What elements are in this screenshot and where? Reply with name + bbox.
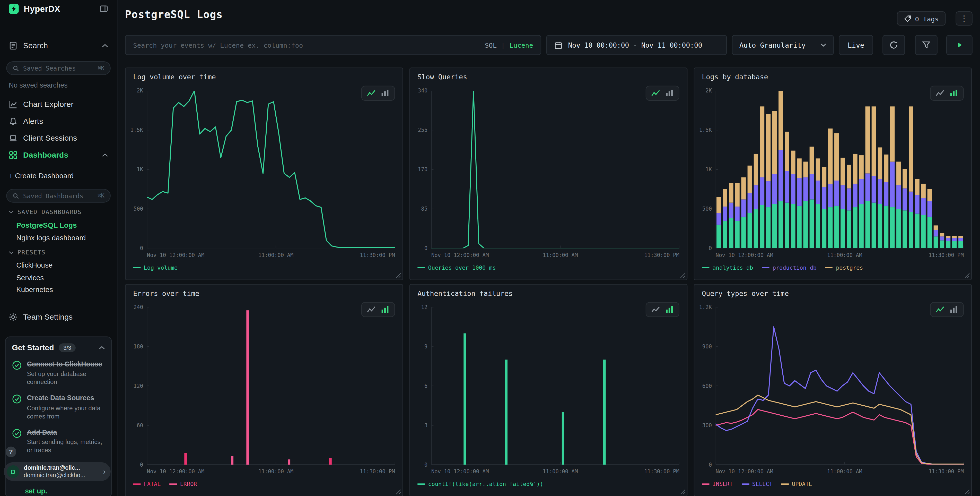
chart-title: Logs by database [702,73,768,81]
resize-handle-icon[interactable] [964,489,970,495]
preset-link-clickhouse[interactable]: ClickHouse [16,262,112,269]
y-tick-label: 180 [134,343,143,349]
resize-handle-icon[interactable] [396,273,401,278]
legend-swatch [762,267,770,268]
search-icon [13,65,19,72]
live-button[interactable]: Live [839,35,873,55]
chevron-down-icon [9,210,14,214]
legend-item[interactable]: SELECT [742,481,773,487]
x-axis-labels: Nov 10 12:00:00 AM11:00:00 AM11:30:00 PM [147,469,395,476]
chart-legend: analytics_dbproduction_dbpostgres [702,265,863,271]
check-circle-icon [12,360,22,386]
y-tick-label: 1.2K [699,304,712,310]
x-axis-labels: Nov 10 12:00:00 AM11:00:00 AM11:30:00 PM [716,469,964,476]
chart-canvas [716,307,964,464]
get-started-progress-badge: 3/3 [59,343,75,352]
line-series [716,327,964,464]
sidebar-item-client-sessions[interactable]: Client Sessions [0,130,117,146]
query-language-toggle[interactable]: SQL | Lucene [485,41,533,49]
get-started-header[interactable]: Get Started 3/3 [12,343,105,352]
x-tick-label: 11:00:00 AM [543,469,578,475]
legend-item[interactable]: INSERT [702,481,733,487]
y-tick-label: 500 [134,206,143,212]
legend-item[interactable]: ERROR [169,481,197,487]
help-button[interactable]: ? [6,447,16,457]
x-axis-labels: Nov 10 12:00:00 AM11:00:00 AM11:30:00 PM [716,252,964,260]
panel-menu-button[interactable]: ⋮ [956,11,972,26]
legend-label: postgres [836,265,863,271]
bar-series [184,453,332,465]
legend-item[interactable]: production_db [762,265,816,271]
y-axis-labels: 036912 [410,307,430,464]
sidebar-item-team-settings[interactable]: Team Settings [0,309,117,325]
sidebar-item-label: Chart Explorer [23,100,73,109]
sql-toggle-label[interactable]: SQL [485,41,497,49]
user-menu[interactable]: D dominic.tran@clic... dominic.tran@clic… [4,462,111,481]
laptop-icon [9,134,18,143]
resize-handle-icon[interactable] [680,489,686,495]
legend-item[interactable]: countIf(like(arr..ation failed%')) [417,481,543,487]
legend-item[interactable]: Queries over 1000 ms [417,265,496,271]
refresh-icon [889,41,898,49]
legend-item[interactable]: UPDATE [781,481,812,487]
collapse-sidebar-icon[interactable] [99,5,108,13]
shortcut-hint: ⌘K [97,193,104,199]
no-saved-searches-text: No saved searches [9,81,68,89]
legend-item[interactable]: analytics_db [702,265,753,271]
y-tick-label: 500 [702,206,712,212]
saved-dashboard-link-nginx[interactable]: Nginx logs dashboard [16,234,112,241]
resize-handle-icon[interactable] [680,273,686,278]
checklist-item-desc: Start sending logs, metrics, or traces [27,438,105,454]
gear-icon [9,313,18,321]
preset-link-kubernetes[interactable]: Kubernetes [16,286,112,293]
checklist-item-add-data[interactable]: Add Data Start sending logs, metrics, or… [12,427,105,454]
tags-button[interactable]: 0 Tags [897,11,945,26]
run-query-button[interactable] [946,35,972,55]
resize-handle-icon[interactable] [396,489,401,495]
legend-swatch [702,483,709,485]
line-series [716,395,964,464]
chart-plot-area [147,307,395,464]
preset-link-services[interactable]: Services [16,274,112,281]
sidebar-item-search[interactable]: Search [0,38,117,54]
legend-item[interactable]: Log volume [133,265,178,271]
granularity-select[interactable]: Auto Granularity [732,35,834,55]
x-tick-label: 11:30:00 PM [644,252,679,258]
checklist-item-connect[interactable]: Connect to ClickHouse Set up your databa… [12,359,105,386]
chart-title: Query types over time [702,289,789,298]
lucene-toggle-label[interactable]: Lucene [509,41,533,49]
saved-dashboards-section-header[interactable]: SAVED DASHBOARDS [9,208,111,215]
chevron-up-icon [102,44,108,48]
setup-link-fragment[interactable]: set up. [25,487,47,495]
chart-panel: Errors over time 060120180240 Nov 10 12:… [125,284,403,496]
refresh-button[interactable] [883,35,905,55]
chevron-down-icon [821,43,826,47]
y-tick-label: 12 [421,304,428,310]
sidebar-item-chart-explorer[interactable]: Chart Explorer [0,96,117,113]
shortcut-hint: ⌘K [97,65,104,71]
filter-button[interactable] [915,35,937,55]
y-tick-label: 1K [137,166,143,172]
sidebar-item-alerts[interactable]: Alerts [0,113,117,129]
chart-plot-area [431,91,679,248]
legend-item[interactable]: FATAL [133,481,161,487]
y-axis-labels: 060120180240 [126,307,146,464]
saved-searches-input[interactable]: Saved Searches ⌘K [6,61,111,75]
y-tick-label: 600 [702,383,712,389]
saved-dashboard-link-postgresql[interactable]: PostgreSQL Logs [16,222,112,229]
presets-section-header[interactable]: PRESETS [9,249,111,256]
y-tick-label: 2K [705,88,712,94]
section-label: SAVED DASHBOARDS [18,208,81,215]
chart-legend: Queries over 1000 ms [417,265,496,271]
y-axis-labels: 03006009001.2K [694,307,714,464]
sidebar-item-dashboards[interactable]: Dashboards [0,147,117,163]
resize-handle-icon[interactable] [964,273,970,278]
create-dashboard-button[interactable]: + Create Dashboard [0,167,117,184]
user-email-secondary: dominic.tran@clickho... [24,472,99,479]
event-search-input[interactable] [126,35,541,54]
saved-dashboards-input[interactable]: Saved Dashboards ⌘K [6,189,111,203]
legend-item[interactable]: postgres [825,265,863,271]
date-range-picker[interactable]: Nov 10 00:00:00 - Nov 11 00:00:00 [546,35,727,55]
checklist-item-sources[interactable]: Create Data Sources Configure where your… [12,394,105,420]
chart-panel: Authentication failures 036912 Nov 10 12… [409,284,688,496]
